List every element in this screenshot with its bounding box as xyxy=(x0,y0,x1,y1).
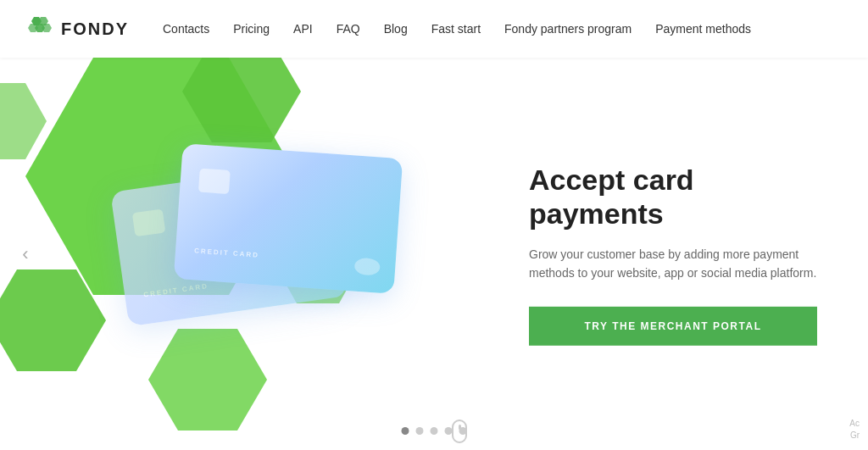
card-chip-front xyxy=(198,169,231,194)
hero-title: Accept card payments xyxy=(529,162,817,231)
slide-dot-5[interactable] xyxy=(459,427,467,435)
navbar: FONDY Contacts Pricing API FAQ Blog Fast… xyxy=(0,0,868,58)
card-oval xyxy=(354,258,381,276)
nav-fast-start[interactable]: Fast start xyxy=(431,22,481,36)
nav-contacts[interactable]: Contacts xyxy=(163,22,209,36)
logo-text: FONDY xyxy=(61,19,129,39)
card-label-back: CREDIT CARD xyxy=(143,282,209,299)
slide-dot-3[interactable] xyxy=(431,427,438,435)
logo-link[interactable]: FONDY xyxy=(27,15,129,42)
nav-partners[interactable]: Fondy partners program xyxy=(504,22,632,36)
nav-api[interactable]: API xyxy=(293,22,313,36)
hero-section: ‹ CREDIT CARD CREDIT CARD Accept card pa… xyxy=(0,58,868,450)
credit-cards-group: CREDIT CARD CREDIT CARD xyxy=(68,125,424,414)
nav-pricing[interactable]: Pricing xyxy=(233,22,270,36)
nav-faq[interactable]: FAQ xyxy=(337,22,360,36)
svg-marker-10 xyxy=(0,83,47,159)
slide-dots xyxy=(402,427,467,435)
hero-content: Accept card payments Grow your customer … xyxy=(529,162,817,345)
credit-card-front: CREDIT CARD xyxy=(174,143,403,294)
prev-slide-button[interactable]: ‹ xyxy=(10,239,41,269)
logo-icon xyxy=(27,15,54,42)
hero-description: Grow your customer base by adding more p… xyxy=(529,245,817,283)
cta-button[interactable]: TRY THE MERCHANT PORTAL xyxy=(529,307,817,346)
nav-payment-methods[interactable]: Payment methods xyxy=(655,22,751,36)
nav-blog[interactable]: Blog xyxy=(384,22,408,36)
slide-dot-1[interactable] xyxy=(402,427,409,435)
slide-dot-2[interactable] xyxy=(416,427,424,435)
slide-dot-4[interactable] xyxy=(445,427,453,435)
nav-links: Contacts Pricing API FAQ Blog Fast start… xyxy=(163,21,751,36)
card-label-front: CREDIT CARD xyxy=(194,247,260,258)
corner-text: Ac Gr xyxy=(849,418,860,442)
card-chip-back xyxy=(132,209,166,237)
